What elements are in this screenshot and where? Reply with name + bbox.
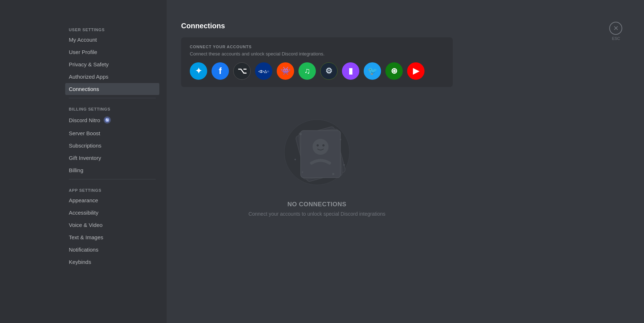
close-icon: ✕ [613, 24, 619, 32]
esc-label: ESC [612, 36, 620, 41]
sidebar-item-label-appearance: Appearance [69, 197, 98, 203]
sidebar-item-label-privacy-safety: Privacy & Safety [69, 61, 109, 67]
sidebar-item-label-gift-inventory: Gift Inventory [69, 155, 101, 161]
sidebar-section-label-1: BILLING SETTINGS [65, 101, 159, 113]
sidebar-item-label-discord-nitro: Discord Nitro [69, 117, 100, 123]
empty-illustration [273, 112, 360, 192]
sidebar-item-label-server-boost: Server Boost [69, 130, 100, 136]
sidebar-item-my-account[interactable]: My Account [65, 34, 159, 46]
svg-point-13 [302, 171, 303, 173]
service-icon-github[interactable]: ⌥ [233, 62, 251, 80]
sidebar-item-label-accessibility: Accessibility [69, 210, 99, 216]
main-content: Connections CONNECT YOUR ACCOUNTS Connec… [167, 0, 644, 323]
sidebar-item-voice-video[interactable]: Voice & Video [65, 219, 159, 231]
close-button[interactable]: ✕ [609, 22, 622, 35]
service-icon-spotify[interactable]: ♫ [298, 62, 316, 80]
sidebar-item-server-boost[interactable]: Server Boost [65, 127, 159, 139]
sidebar-item-notifications[interactable]: Notifications [65, 244, 159, 256]
sidebar-item-label-my-account: My Account [69, 37, 97, 43]
sidebar-item-label-authorized-apps: Authorized Apps [69, 74, 108, 80]
sidebar-item-keybinds[interactable]: Keybinds [65, 256, 159, 268]
service-icon-facebook[interactable]: f [212, 62, 229, 80]
sidebar-divider-0 [69, 98, 156, 98]
svg-point-14 [343, 164, 345, 166]
svg-text:N: N [106, 118, 108, 122]
empty-state-description: Connect your accounts to unlock special … [248, 211, 385, 217]
sidebar-item-subscriptions[interactable]: Subscriptions [65, 140, 159, 152]
svg-point-12 [332, 173, 334, 175]
empty-state-title: NO CONNECTIONS [288, 201, 347, 208]
connect-card-heading: CONNECT YOUR ACCOUNTS [190, 45, 444, 49]
service-icon-youtube[interactable]: ▶ [407, 62, 425, 80]
svg-point-8 [317, 144, 319, 146]
sidebar-item-label-notifications: Notifications [69, 247, 99, 253]
sidebar-item-discord-nitro[interactable]: Discord Nitro N [65, 113, 159, 127]
service-icon-steam[interactable]: ⚙ [320, 62, 338, 80]
sidebar-item-label-subscriptions: Subscriptions [69, 142, 101, 149]
nitro-icon: N [103, 116, 111, 124]
service-icons-list: ✦f⌥◁▷△○👾♫⚙▮🐦⊛▶ [190, 62, 444, 80]
sidebar-item-label-keybinds: Keybinds [69, 259, 91, 265]
sidebar-item-label-user-profile: User Profile [69, 49, 97, 55]
sidebar-item-gift-inventory[interactable]: Gift Inventory [65, 152, 159, 164]
sidebar-item-accessibility[interactable]: Accessibility [65, 207, 159, 219]
svg-point-7 [313, 139, 329, 155]
service-icon-reddit[interactable]: 👾 [277, 62, 294, 80]
svg-point-11 [340, 139, 341, 140]
service-icon-playstation[interactable]: ◁▷△○ [255, 62, 272, 80]
page-title: Connections [181, 22, 630, 30]
svg-point-10 [300, 133, 302, 135]
sidebar-item-user-profile[interactable]: User Profile [65, 46, 159, 58]
sidebar-item-label-text-images: Text & Images [69, 234, 103, 240]
service-icon-xbox[interactable]: ⊛ [385, 62, 403, 80]
connect-accounts-card: CONNECT YOUR ACCOUNTS Connect these acco… [181, 37, 453, 87]
sidebar-item-privacy-safety[interactable]: Privacy & Safety [65, 58, 159, 70]
service-icon-twitch[interactable]: ▮ [342, 62, 359, 80]
sidebar-item-connections[interactable]: Connections [65, 83, 159, 95]
connect-card-description: Connect these accounts and unlock specia… [190, 51, 444, 57]
sidebar-item-text-images[interactable]: Text & Images [65, 231, 159, 243]
sidebar-divider-1 [69, 179, 156, 179]
svg-point-15 [294, 159, 296, 160]
service-icon-battlenet[interactable]: ✦ [190, 62, 207, 80]
sidebar-section-label-2: APP SETTINGS [65, 182, 159, 194]
empty-state: NO CONNECTIONS Connect your accounts to … [181, 98, 453, 224]
sidebar-item-appearance[interactable]: Appearance [65, 194, 159, 206]
sidebar-item-label-connections: Connections [69, 86, 99, 92]
service-icon-twitter[interactable]: 🐦 [364, 62, 381, 80]
sidebar-item-billing[interactable]: Billing [65, 164, 159, 176]
sidebar-item-label-voice-video: Voice & Video [69, 222, 103, 228]
sidebar-section-label-0: USER SETTINGS [65, 22, 159, 33]
sidebar-item-label-billing: Billing [69, 167, 83, 173]
sidebar: USER SETTINGSMy AccountUser ProfilePriva… [0, 0, 167, 323]
svg-point-9 [322, 144, 325, 146]
sidebar-item-authorized-apps[interactable]: Authorized Apps [65, 71, 159, 83]
